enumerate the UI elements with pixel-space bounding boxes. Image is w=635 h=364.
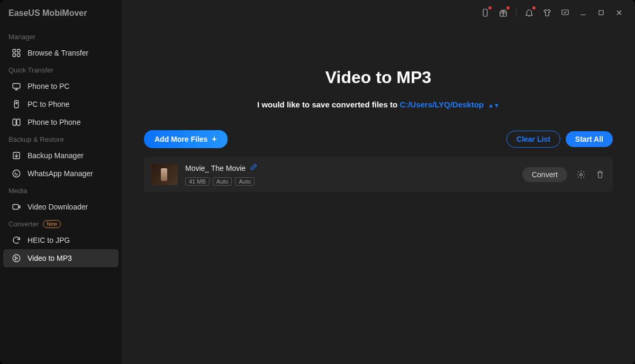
clear-list-button[interactable]: Clear List xyxy=(506,131,560,148)
phone-to-phone-icon xyxy=(12,117,21,127)
section-media: Media xyxy=(0,183,122,198)
gift-icon[interactable] xyxy=(498,7,509,18)
sidebar-item-label: Video Downloader xyxy=(28,203,88,211)
pc-to-phone-icon xyxy=(12,99,21,109)
sidebar-item-label: HEIC to JPG xyxy=(28,236,70,244)
svg-rect-3 xyxy=(17,54,20,57)
feedback-icon[interactable] xyxy=(560,7,570,18)
phone-to-pc-icon xyxy=(12,81,21,91)
save-path-link[interactable]: C:/Users/LYQ/Desktop xyxy=(400,100,484,109)
convert-button[interactable]: Convert xyxy=(522,167,567,182)
sidebar-item-heic-to-jpg[interactable]: HEIC to JPG xyxy=(3,231,119,249)
file-row: Movie_ The Movie 41 MB Auto Auto Convert xyxy=(144,157,613,192)
notification-dot xyxy=(488,6,492,10)
separator xyxy=(516,8,516,17)
svg-rect-1 xyxy=(17,49,20,52)
main-content: Video to MP3 I would like to save conver… xyxy=(122,0,635,364)
section-quick-transfer: Quick Transfer xyxy=(0,62,122,77)
bell-icon[interactable] xyxy=(524,7,534,18)
convert-icon xyxy=(12,253,21,263)
whatsapp-icon xyxy=(12,169,21,178)
svg-rect-6 xyxy=(13,119,16,125)
maximize-icon[interactable] xyxy=(596,7,606,18)
file-name: Movie_ The Movie xyxy=(185,164,246,172)
grid-icon xyxy=(12,48,21,58)
sidebar-item-label: WhatsApp Manager xyxy=(28,169,93,178)
save-location-row: I would like to save converted files to … xyxy=(144,100,613,109)
svg-rect-4 xyxy=(13,84,20,88)
sidebar: EaseUS MobiMover Manager Browse & Transf… xyxy=(0,0,122,364)
new-badge: New xyxy=(43,220,61,228)
app-title: EaseUS MobiMover xyxy=(0,8,122,29)
subtitle-prefix: I would like to save converted files to xyxy=(257,100,400,109)
plus-icon: + xyxy=(212,134,216,144)
section-manager: Manager xyxy=(0,29,122,44)
sidebar-item-phone-to-phone[interactable]: Phone to Phone xyxy=(3,113,119,131)
video-thumbnail xyxy=(151,164,178,185)
audio-setting-tag: Auto xyxy=(213,177,232,186)
svg-rect-7 xyxy=(17,119,20,125)
sidebar-item-phone-to-pc[interactable]: Phone to PC xyxy=(3,77,119,95)
svg-point-16 xyxy=(580,173,583,176)
close-icon[interactable] xyxy=(614,7,624,18)
sidebar-item-label: Video to MP3 xyxy=(28,254,72,262)
page-title: Video to MP3 xyxy=(144,68,613,87)
path-selector-icon[interactable]: ▲▼ xyxy=(488,102,500,108)
section-converter: Converter New xyxy=(0,216,122,231)
file-size-tag: 41 MB xyxy=(185,177,210,186)
sidebar-item-whatsapp-manager[interactable]: WhatsApp Manager xyxy=(3,165,119,183)
notification-dot xyxy=(506,6,510,10)
sidebar-item-label: Phone to PC xyxy=(28,82,69,90)
notification-dot xyxy=(532,6,536,10)
video-download-icon xyxy=(12,202,21,212)
sidebar-item-label: Backup Manager xyxy=(28,151,84,160)
shirt-icon[interactable] xyxy=(542,7,552,18)
sidebar-item-label: Phone to Phone xyxy=(28,118,80,126)
section-converter-label: Converter xyxy=(8,220,39,228)
backup-icon xyxy=(12,151,21,160)
refresh-icon xyxy=(12,235,21,245)
edit-name-icon[interactable] xyxy=(250,163,258,173)
add-more-label: Add More Files xyxy=(155,135,207,143)
svg-rect-10 xyxy=(13,205,19,210)
minimize-icon[interactable] xyxy=(578,7,588,18)
sidebar-item-browse-transfer[interactable]: Browse & Transfer xyxy=(3,44,119,62)
svg-rect-12 xyxy=(483,9,487,16)
section-backup-restore: Backup & Restore xyxy=(0,131,122,147)
sidebar-item-video-downloader[interactable]: Video Downloader xyxy=(3,198,119,216)
svg-point-9 xyxy=(13,170,20,177)
sidebar-item-video-to-mp3[interactable]: Video to MP3 xyxy=(3,249,119,267)
start-all-button[interactable]: Start All xyxy=(566,131,613,147)
sidebar-item-label: PC to Phone xyxy=(28,100,69,108)
delete-icon[interactable] xyxy=(595,169,605,180)
settings-icon[interactable] xyxy=(576,169,586,180)
svg-rect-0 xyxy=(13,49,15,52)
video-setting-tag: Auto xyxy=(235,177,255,186)
svg-rect-2 xyxy=(13,54,15,57)
svg-point-11 xyxy=(13,254,20,262)
device-icon[interactable] xyxy=(480,7,491,18)
action-bar: Add More Files + Clear List Start All xyxy=(144,130,613,148)
svg-rect-15 xyxy=(599,11,603,15)
add-more-files-button[interactable]: Add More Files + xyxy=(144,130,228,148)
sidebar-item-label: Browse & Transfer xyxy=(28,49,88,57)
sidebar-item-backup-manager[interactable]: Backup Manager xyxy=(3,147,119,165)
titlebar xyxy=(122,0,635,25)
sidebar-item-pc-to-phone[interactable]: PC to Phone xyxy=(3,95,119,113)
